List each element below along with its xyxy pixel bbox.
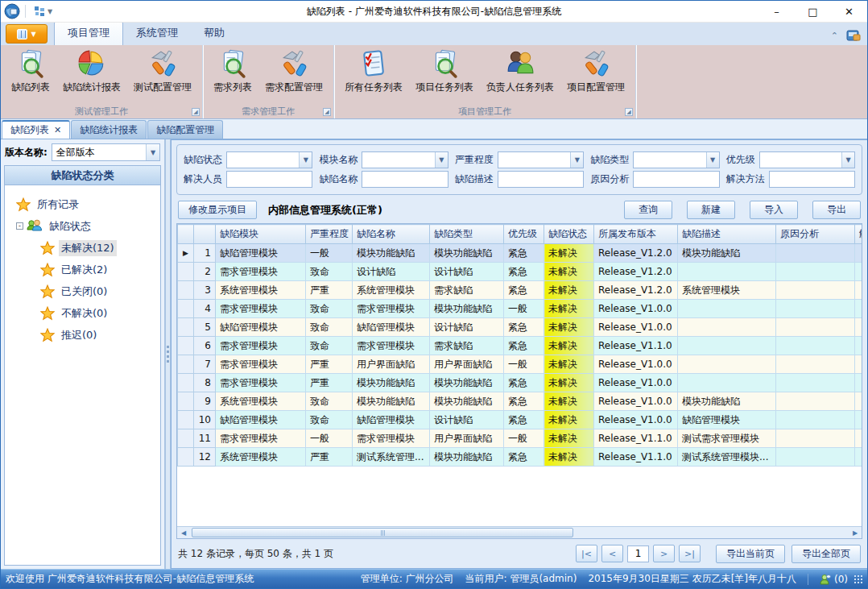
chevron-down-icon: ▼ (299, 152, 312, 168)
filter-input[interactable] (498, 171, 584, 188)
tree-item[interactable]: 已关闭(0) (6, 280, 159, 302)
query-button[interactable]: 查询 (624, 201, 672, 219)
collapse-ribbon-icon[interactable]: ⌃ (831, 31, 838, 41)
filter-combo[interactable]: ▼ (759, 151, 855, 168)
column-header[interactable]: 缺陷类型 (430, 225, 504, 244)
current-row-indicator[interactable]: ▶ (178, 244, 194, 263)
scrollbar-thumb[interactable] (192, 528, 573, 537)
application-menu-button[interactable]: ▼ (6, 24, 48, 44)
column-header[interactable]: 严重程度 (306, 225, 353, 244)
project-config-button[interactable]: 项目配置管理 (563, 48, 629, 96)
next-page-button[interactable]: > (653, 545, 675, 562)
filter-combo[interactable]: ▼ (226, 151, 312, 168)
tree-item[interactable]: -缺陷状态 (6, 215, 159, 237)
tree-expander-icon[interactable]: - (16, 222, 23, 230)
import-button[interactable]: 导入 (750, 201, 798, 219)
row-selector-cell[interactable] (178, 300, 194, 318)
table-row[interactable]: 7需求管理模块严重用户界面缺陷用户界面缺陷一般未解决Release_V1.0.0 (178, 355, 862, 374)
row-selector-cell[interactable] (178, 392, 194, 411)
filter-combo[interactable]: ▼ (362, 151, 448, 168)
table-row[interactable]: 3系统管理模块严重系统管理模块需求缺陷紧急未解决Release_V1.2.0系统… (178, 281, 862, 300)
last-page-button[interactable]: >| (679, 545, 701, 562)
maximize-button[interactable]: □ (795, 1, 831, 22)
new-button[interactable]: 新建 (687, 201, 735, 219)
scroll-right-icon[interactable]: ▶ (849, 527, 862, 538)
defect-report-button[interactable]: 缺陷统计报表 (59, 48, 125, 96)
prev-page-button[interactable]: < (601, 545, 623, 562)
defect-list-button[interactable]: 缺陷列表 (7, 48, 54, 96)
tree-item[interactable]: 推迟(0) (6, 324, 159, 346)
ribbon-tab-project[interactable]: 项目管理 (54, 21, 123, 45)
scroll-left-icon[interactable]: ◀ (177, 527, 190, 538)
row-selector-cell[interactable] (178, 337, 194, 355)
table-row[interactable]: 12系统管理模块严重测试系统管理...模块功能缺陷紧急未解决Release_V1… (178, 448, 862, 467)
table-row[interactable]: 9系统管理模块致命模块功能缺陷模块功能缺陷紧急未解决Release_V1.0.0… (178, 392, 862, 411)
table-row[interactable]: 11需求管理模块一般需求管理模块用户界面缺陷一般未解决Release_V1.1.… (178, 429, 862, 448)
test-config-button[interactable]: 测试配置管理 (130, 48, 196, 96)
style-manager-icon[interactable] (846, 29, 861, 42)
all-tasks-button[interactable]: 所有任务列表 (341, 48, 407, 96)
table-row[interactable]: 10缺陷管理模块致命缺陷管理模块设计缺陷紧急未解决Release_V1.0.0缺… (178, 411, 862, 429)
dialog-launcher-icon[interactable]: ◢ (192, 108, 200, 116)
record-summary: 共 12 条记录，每页 50 条，共 1 页 (178, 547, 333, 561)
filter-combo[interactable]: ▼ (633, 151, 719, 168)
table-row[interactable]: 4需求管理模块致命需求管理模块模块功能缺陷一般未解决Release_V1.0.0 (178, 300, 862, 318)
row-selector-cell[interactable] (178, 374, 194, 392)
tree-item[interactable]: 未解决(12) (6, 237, 159, 259)
online-users-indicator[interactable]: (0) (820, 574, 848, 585)
export-current-page-button[interactable]: 导出当前页 (716, 545, 785, 563)
close-button[interactable]: ✕ (831, 1, 867, 22)
close-tab-icon[interactable]: ✕ (54, 125, 61, 135)
doc-tab-defect-config[interactable]: 缺陷配置管理 (147, 120, 223, 139)
dialog-launcher-icon[interactable]: ◢ (323, 108, 331, 116)
column-header[interactable]: 原因分析 (776, 225, 855, 244)
column-header[interactable]: 缺陷描述 (678, 225, 776, 244)
row-selector-cell[interactable] (178, 448, 194, 467)
doc-tab-defect-list[interactable]: 缺陷列表 ✕ (2, 120, 70, 139)
row-selector-cell[interactable] (178, 411, 194, 429)
filter-combo[interactable]: ▼ (498, 151, 584, 168)
filter-input[interactable] (633, 171, 719, 188)
filter-input[interactable] (226, 171, 312, 188)
column-header[interactable]: 优先级 (504, 225, 544, 244)
owner-tasks-button[interactable]: 负责人任务列表 (482, 48, 558, 96)
table-row[interactable]: 6需求管理模块致命需求管理模块需求缺陷紧急未解决Release_V1.1.0 (178, 337, 862, 355)
row-selector-cell[interactable] (178, 355, 194, 374)
column-header[interactable]: 所属发布版本 (594, 225, 678, 244)
column-header[interactable]: 缺陷状态 (544, 225, 594, 244)
export-all-pages-button[interactable]: 导出全部页 (792, 545, 861, 563)
row-selector-cell[interactable] (178, 318, 194, 337)
table-row[interactable]: 5缺陷管理模块致命缺陷管理模块设计缺陷紧急未解决Release_V1.0.0 (178, 318, 862, 337)
row-selector-cell[interactable] (178, 429, 194, 448)
row-selector-cell[interactable] (178, 263, 194, 281)
requirement-config-button[interactable]: 需求配置管理 (261, 48, 327, 96)
column-header[interactable]: 缺陷模块 (216, 225, 306, 244)
project-tasks-button[interactable]: 项目任务列表 (411, 48, 477, 96)
table-row[interactable]: 8需求管理模块严重模块功能缺陷模块功能缺陷紧急未解决Release_V1.0.0 (178, 374, 862, 392)
modify-columns-button[interactable]: 修改显示项目 (178, 201, 257, 219)
dialog-launcher-icon[interactable]: ◢ (625, 108, 633, 116)
version-select[interactable]: 全部版本 ▼ (52, 143, 160, 161)
tree-item[interactable]: 不解决(0) (6, 302, 159, 324)
first-page-button[interactable]: |< (576, 545, 597, 562)
row-selector-cell[interactable] (178, 281, 194, 300)
ribbon-tab-system[interactable]: 系统管理 (123, 22, 191, 45)
filter-input[interactable] (362, 171, 448, 188)
column-header[interactable]: 缺陷名称 (353, 225, 430, 244)
table-row[interactable]: ▶1缺陷管理模块一般模块功能缺陷模块功能缺陷紧急未解决Release_V1.2.… (178, 244, 862, 263)
table-row[interactable]: 2需求管理模块致命设计缺陷设计缺陷紧急未解决Release_V1.2.0 (178, 263, 862, 281)
splitter-handle[interactable] (165, 139, 171, 569)
export-button[interactable]: 导出 (812, 201, 861, 219)
doc-tab-defect-report[interactable]: 缺陷统计报表 (71, 120, 147, 139)
horizontal-scrollbar[interactable]: ◀ ▶ (177, 526, 862, 538)
quick-access-toolbar-button[interactable]: ▼ (31, 4, 56, 19)
tree-item[interactable]: 已解决(2) (6, 259, 159, 280)
filter-input[interactable] (769, 171, 855, 188)
resize-grip[interactable] (861, 575, 862, 583)
column-header[interactable]: 解决方法 (855, 225, 862, 244)
tree-item[interactable]: 所有记录 (6, 193, 159, 215)
requirement-list-button[interactable]: 需求列表 (209, 48, 256, 96)
minimize-button[interactable]: – (758, 1, 795, 22)
page-number-input[interactable] (627, 545, 649, 562)
ribbon-tab-help[interactable]: 帮助 (191, 22, 238, 45)
